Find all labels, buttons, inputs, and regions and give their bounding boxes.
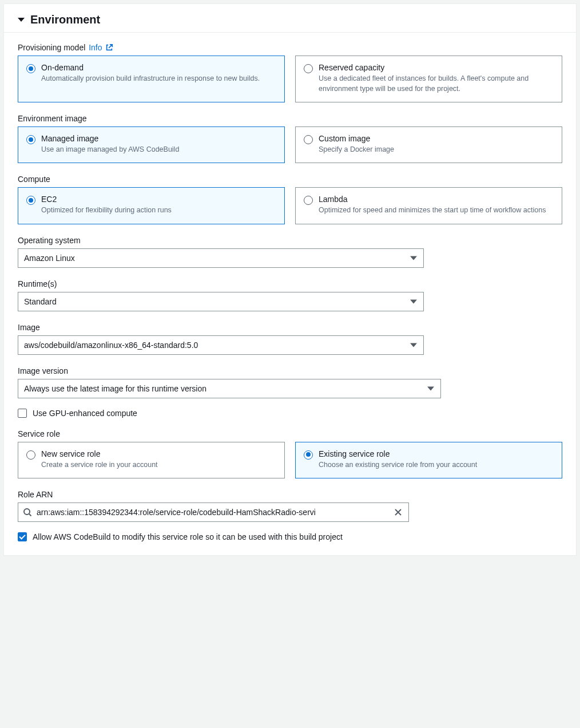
gpu-checkbox-label: Use GPU-enhanced compute <box>33 409 137 418</box>
environment-image-options: Managed image Use an image managed by AW… <box>18 126 562 163</box>
tile-title: Lambda <box>319 195 554 204</box>
tile-title: Reserved capacity <box>319 63 554 72</box>
tile-custom-image[interactable]: Custom image Specify a Docker image <box>295 126 562 163</box>
environment-image-label: Environment image <box>18 114 562 123</box>
role-arn-input-wrap <box>18 503 409 522</box>
tile-new-service-role[interactable]: New service role Create a service role i… <box>18 442 285 478</box>
os-select[interactable]: Amazon Linux <box>18 248 424 268</box>
tile-managed-image[interactable]: Managed image Use an image managed by AW… <box>18 126 285 163</box>
tile-desc: Use an image managed by AWS CodeBuild <box>41 144 276 155</box>
chevron-down-icon <box>427 386 434 390</box>
radio-icon <box>304 450 313 460</box>
caret-down-icon <box>18 18 25 22</box>
provisioning-options: On-demand Automatically provision build … <box>18 56 562 102</box>
clear-button[interactable] <box>392 507 404 518</box>
tile-lambda[interactable]: Lambda Optimized for speed and minimizes… <box>295 187 562 224</box>
tile-desc: Create a service role in your account <box>41 460 276 470</box>
info-link-text: Info <box>89 43 102 52</box>
section-title: Environment <box>30 13 100 26</box>
tile-reserved-capacity[interactable]: Reserved capacity Use a dedicated fleet … <box>295 56 562 102</box>
tile-desc: Choose an existing service role from you… <box>319 460 554 470</box>
tile-desc: Use a dedicated fleet of instances for b… <box>319 73 554 94</box>
tile-on-demand[interactable]: On-demand Automatically provision build … <box>18 56 285 102</box>
tile-title: Custom image <box>319 134 554 143</box>
os-select-value: Amazon Linux <box>24 254 75 263</box>
tile-desc: Automatically provision build infrastruc… <box>41 73 276 84</box>
panel-body: Provisioning model Info On-demand Automa… <box>4 33 576 555</box>
compute-label: Compute <box>18 175 562 184</box>
chevron-down-icon <box>410 343 417 347</box>
service-role-options: New service role Create a service role i… <box>18 442 562 478</box>
image-version-select[interactable]: Always use the latest image for this run… <box>18 379 441 398</box>
image-select-value: aws/codebuild/amazonlinux-x86_64-standar… <box>24 341 198 350</box>
search-icon <box>23 508 32 517</box>
environment-panel: Environment Provisioning model Info On-d… <box>3 3 577 556</box>
radio-icon <box>26 135 35 144</box>
allow-modify-checkbox-row[interactable]: Allow AWS CodeBuild to modify this servi… <box>18 532 562 541</box>
tile-title: On-demand <box>41 63 276 72</box>
tile-ec2[interactable]: EC2 Optimized for flexibility during act… <box>18 187 285 224</box>
svg-point-0 <box>24 509 30 515</box>
external-link-icon <box>105 43 113 52</box>
image-version-label: Image version <box>18 366 562 375</box>
tile-existing-service-role[interactable]: Existing service role Choose an existing… <box>295 442 562 478</box>
tile-title: EC2 <box>41 195 276 204</box>
close-icon <box>394 508 403 517</box>
chevron-down-icon <box>410 299 417 303</box>
radio-icon <box>304 135 313 144</box>
image-label: Image <box>18 323 562 332</box>
radio-icon <box>304 196 313 205</box>
role-arn-label: Role ARN <box>18 490 562 499</box>
radio-icon <box>26 64 35 73</box>
compute-options: EC2 Optimized for flexibility during act… <box>18 187 562 224</box>
runtime-select-value: Standard <box>24 297 57 306</box>
image-select[interactable]: aws/codebuild/amazonlinux-x86_64-standar… <box>18 335 424 355</box>
radio-icon <box>26 450 35 460</box>
runtime-label: Runtime(s) <box>18 279 562 288</box>
info-link[interactable]: Info <box>89 43 113 52</box>
chevron-down-icon <box>410 256 417 260</box>
radio-icon <box>304 64 313 73</box>
tile-desc: Optimized for speed and minimizes the st… <box>319 205 554 215</box>
image-version-select-value: Always use the latest image for this run… <box>24 384 206 393</box>
panel-header[interactable]: Environment <box>4 4 576 33</box>
gpu-checkbox-row[interactable]: Use GPU-enhanced compute <box>18 409 562 418</box>
provisioning-model-label-text: Provisioning model <box>18 43 85 52</box>
runtime-select[interactable]: Standard <box>18 292 424 311</box>
role-arn-input[interactable] <box>37 508 388 517</box>
checkbox-icon <box>18 409 27 418</box>
service-role-label: Service role <box>18 429 562 438</box>
tile-title: New service role <box>41 449 276 458</box>
tile-title: Managed image <box>41 134 276 143</box>
tile-desc: Specify a Docker image <box>319 144 554 155</box>
radio-icon <box>26 196 35 205</box>
tile-title: Existing service role <box>319 449 554 458</box>
allow-modify-label: Allow AWS CodeBuild to modify this servi… <box>33 532 343 541</box>
os-label: Operating system <box>18 236 562 245</box>
provisioning-model-label: Provisioning model Info <box>18 43 562 52</box>
checkbox-icon <box>18 532 27 541</box>
tile-desc: Optimized for flexibility during action … <box>41 205 276 215</box>
